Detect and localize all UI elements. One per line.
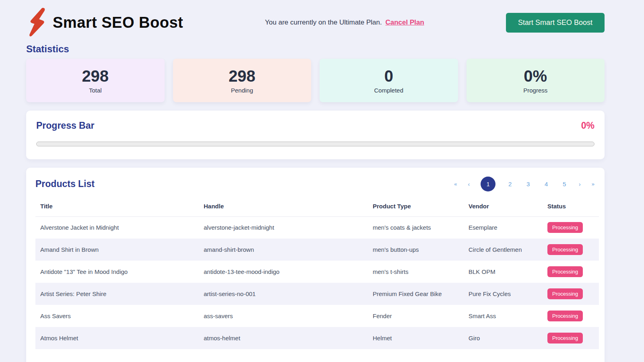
brand: Smart SEO Boost [26, 7, 183, 38]
cell-status: Processing [543, 305, 599, 327]
status-badge: Processing [547, 222, 583, 233]
status-badge: Processing [547, 244, 583, 255]
cell-title: Artist Series: Peter Shire [35, 283, 199, 305]
stat-label: Pending [231, 87, 253, 94]
products-list-heading: Products List [35, 179, 95, 189]
lightning-bolt-icon [26, 7, 47, 38]
pagination-pages: 12345 [481, 177, 568, 191]
table-row: Artist Series: Peter Shireartist-series-… [35, 283, 599, 305]
pagination-page-4[interactable]: 4 [543, 181, 550, 187]
cell-product-type: men's t-shirts [368, 261, 464, 283]
cell-vendor: Giro [464, 327, 543, 349]
products-table: TitleHandleProduct TypeVendorStatus Alve… [35, 196, 599, 349]
pagination-first-button[interactable]: « [454, 181, 457, 187]
column-header-handle: Handle [199, 196, 368, 216]
cell-status: Processing [543, 327, 599, 349]
stat-label: Total [89, 87, 102, 94]
table-header-row: TitleHandleProduct TypeVendorStatus [35, 196, 599, 216]
plan-status: You are currently on the Ultimate Plan. … [183, 19, 506, 27]
pagination-page-1[interactable]: 1 [481, 177, 495, 191]
cell-vendor: Circle of Gentlemen [464, 239, 543, 261]
stat-card-total: 298Total [26, 59, 165, 102]
cancel-plan-link[interactable]: Cancel Plan [385, 19, 424, 26]
cell-vendor: Smart Ass [464, 305, 543, 327]
progress-panel: Progress Bar 0% [26, 111, 605, 159]
progress-bar-heading: Progress Bar [36, 120, 94, 131]
cell-product-type: men's button-ups [368, 239, 464, 261]
cell-title: Amand Shirt in Brown [35, 239, 199, 261]
cell-handle: ass-savers [199, 305, 368, 327]
pagination-last-button[interactable]: » [592, 181, 594, 187]
pagination-page-5[interactable]: 5 [561, 181, 568, 187]
progress-track [36, 142, 594, 146]
table-row: Amand Shirt in Brownamand-shirt-brownmen… [35, 239, 599, 261]
cell-product-type: Helmet [368, 327, 464, 349]
status-badge: Processing [547, 266, 583, 277]
pagination-page-2[interactable]: 2 [506, 181, 514, 187]
cell-status: Processing [543, 261, 599, 283]
table-row: Atmos Helmetatmos-helmetHelmetGiroProces… [35, 327, 599, 349]
table-row: Ass Saversass-saversFenderSmart AssProce… [35, 305, 599, 327]
column-header-vendor: Vendor [464, 196, 543, 216]
stat-card-completed: 0Completed [320, 59, 458, 102]
column-header-type: Product Type [368, 196, 464, 216]
cell-vendor: Pure Fix Cycles [464, 283, 543, 305]
status-badge: Processing [547, 288, 583, 299]
pagination-page-3[interactable]: 3 [524, 181, 532, 187]
start-seo-boost-button[interactable]: Start Smart SEO Boost [506, 13, 605, 33]
cell-handle: alverstone-jacket-midnight [199, 216, 368, 239]
header: Smart SEO Boost You are currently on the… [26, 11, 605, 34]
statistics-heading: Statistics [26, 43, 605, 55]
cell-handle: atmos-helmet [199, 327, 368, 349]
cell-title: Alverstone Jacket in Midnight [35, 216, 199, 239]
stat-card-progress: 0%Progress [466, 59, 605, 102]
cell-handle: antidote-13-tee-mood-indigo [199, 261, 368, 283]
products-panel: Products List « ‹ 12345 › » TitleHandleP… [26, 168, 605, 362]
cell-vendor: Esemplare [464, 216, 543, 239]
cell-handle: amand-shirt-brown [199, 239, 368, 261]
cell-title: Antidote "13" Tee in Mood Indigo [35, 261, 199, 283]
table-row: Antidote "13" Tee in Mood Indigoantidote… [35, 261, 599, 283]
stat-card-pending: 298Pending [173, 59, 312, 102]
status-badge: Processing [547, 311, 583, 321]
cell-status: Processing [543, 216, 599, 239]
cell-title: Ass Savers [35, 305, 199, 327]
app-title: Smart SEO Boost [53, 14, 183, 31]
stat-label: Progress [523, 87, 547, 94]
pagination-next-button[interactable]: › [579, 181, 581, 187]
cell-product-type: Premium Fixed Gear Bike [368, 283, 464, 305]
pagination-prev-button[interactable]: ‹ [468, 181, 470, 187]
plan-text: You are currently on the Ultimate Plan. [265, 19, 382, 26]
stat-label: Completed [374, 87, 403, 94]
status-badge: Processing [547, 333, 583, 343]
progress-percent: 0% [581, 120, 594, 131]
stat-value: 0% [524, 68, 547, 84]
cell-vendor: BLK OPM [464, 261, 543, 283]
cell-product-type: men's coats & jackets [368, 216, 464, 239]
stat-value: 0 [384, 68, 393, 84]
cell-title: Atmos Helmet [35, 327, 199, 349]
stat-cards: 298Total298Pending0Completed0%Progress [26, 59, 605, 102]
cell-handle: artist-series-no-001 [199, 283, 368, 305]
table-row: Alverstone Jacket in Midnightalverstone-… [35, 216, 599, 239]
cell-status: Processing [543, 283, 599, 305]
stat-value: 298 [82, 68, 109, 84]
stat-value: 298 [229, 68, 256, 84]
cell-product-type: Fender [368, 305, 464, 327]
pagination: « ‹ 12345 › » [454, 177, 594, 191]
column-header-title: Title [35, 196, 199, 216]
products-table-body: Alverstone Jacket in Midnightalverstone-… [35, 216, 599, 349]
cell-status: Processing [543, 239, 599, 261]
column-header-status: Status [543, 196, 599, 216]
